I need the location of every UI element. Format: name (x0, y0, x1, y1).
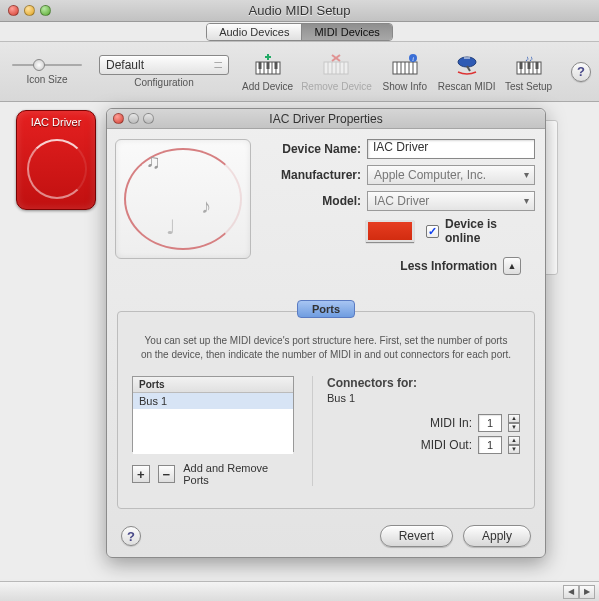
device-name-row: Device Name: IAC Driver (261, 139, 535, 159)
remove-device-icon (320, 51, 352, 79)
main-toolbar: Icon Size Default Configuration Add Devi… (0, 42, 599, 102)
rescan-midi-label: Rescan MIDI (438, 81, 496, 92)
stepper-down-icon[interactable]: ▼ (508, 423, 520, 432)
device-online-checkbox[interactable]: ✓ (426, 225, 439, 238)
show-info-icon[interactable]: i (389, 51, 421, 79)
sheet-footer: ? Revert Apply (107, 525, 545, 547)
midi-in-stepper[interactable]: ▲ ▼ (508, 414, 520, 432)
scroll-arrows: ◀ ▶ (563, 585, 595, 599)
rescan-midi-item: Rescan MIDI (438, 51, 496, 92)
svg-rect-36 (519, 62, 522, 69)
add-remove-label: Add and Remove Ports (183, 462, 294, 486)
model-select[interactable]: IAC Driver (367, 191, 535, 211)
svg-text:♪♪: ♪♪ (525, 54, 533, 63)
ports-area: Ports You can set up the MIDI device's p… (117, 291, 535, 501)
stepper-down-icon[interactable]: ▼ (508, 445, 520, 454)
manufacturer-row: Manufacturer: Apple Computer, Inc. (261, 165, 535, 185)
connectors-header: Connectors for: (327, 376, 520, 390)
add-device-item: Add Device (242, 51, 293, 92)
midi-out-stepper[interactable]: ▲ ▼ (508, 436, 520, 454)
color-swatch[interactable] (366, 220, 414, 242)
svg-rect-8 (274, 62, 277, 69)
midi-in-label: MIDI In: (430, 416, 472, 430)
window-title: Audio MIDI Setup (0, 3, 599, 18)
music-note-icon: ♪ (201, 195, 211, 218)
tab-audio-devices[interactable]: Audio Devices (207, 24, 301, 40)
midi-out-row: MIDI Out: 1 ▲ ▼ (327, 436, 520, 454)
configuration-label: Configuration (134, 77, 193, 88)
traffic-lights (0, 5, 51, 16)
port-row[interactable]: Bus 1 (133, 393, 293, 409)
toolbar-help-button[interactable]: ? (571, 62, 591, 82)
main-titlebar: Audio MIDI Setup (0, 0, 599, 22)
svg-rect-37 (527, 62, 530, 69)
swirl-icon (124, 148, 242, 250)
ports-desc-line1: You can set up the MIDI device's port st… (132, 334, 520, 348)
manufacturer-value: Apple Computer, Inc. (374, 168, 486, 182)
scroll-right-button[interactable]: ▶ (579, 585, 595, 599)
configuration-select[interactable]: Default (99, 55, 229, 75)
ports-tabbar: Ports (117, 291, 535, 311)
midi-out-input[interactable]: 1 (478, 436, 502, 454)
device-online-label: Device is online (445, 217, 535, 245)
svg-rect-38 (535, 62, 538, 69)
model-value: IAC Driver (374, 194, 429, 208)
less-info-label: Less Information (400, 259, 497, 273)
sheet-help-button[interactable]: ? (121, 526, 141, 546)
manufacturer-label: Manufacturer: (261, 168, 361, 182)
device-fields: Device Name: IAC Driver Manufacturer: Ap… (251, 139, 535, 275)
add-device-icon[interactable] (252, 51, 284, 79)
sheet-title: IAC Driver Properties (107, 112, 545, 126)
tab-ports[interactable]: Ports (297, 300, 355, 318)
device-image[interactable]: ♫ ♪ ♩ (115, 139, 251, 259)
ports-list-column: Ports Bus 1 + − Add and Remove Ports (132, 376, 294, 486)
midi-out-value: 1 (487, 439, 493, 451)
icon-size-slider[interactable] (12, 64, 82, 66)
ports-desc-line2: on the device, then indicate the number … (132, 348, 520, 362)
scroll-left-button[interactable]: ◀ (563, 585, 579, 599)
ports-panel: You can set up the MIDI device's port st… (117, 311, 535, 509)
zoom-icon[interactable] (40, 5, 51, 16)
device-name-value: IAC Driver (373, 140, 428, 154)
stepper-up-icon[interactable]: ▲ (508, 414, 520, 423)
ports-columns: Ports Bus 1 + − Add and Remove Ports Con… (132, 376, 520, 486)
svg-rect-6 (258, 62, 261, 69)
remove-device-item: Remove Device (301, 51, 372, 92)
add-remove-ports: + − Add and Remove Ports (132, 462, 294, 486)
ports-list-header[interactable]: Ports (133, 377, 293, 393)
icon-size-control: Icon Size (8, 58, 86, 85)
iac-driver-card[interactable]: IAC Driver (16, 110, 96, 210)
show-info-label: Show Info (382, 81, 426, 92)
iac-card-title: IAC Driver (17, 111, 95, 128)
properties-sheet: IAC Driver Properties ♫ ♪ ♩ Device Name:… (106, 108, 546, 558)
close-icon[interactable] (8, 5, 19, 16)
midi-in-row: MIDI In: 1 ▲ ▼ (327, 414, 520, 432)
remove-port-button[interactable]: − (158, 465, 176, 483)
midi-in-input[interactable]: 1 (478, 414, 502, 432)
tab-midi-devices[interactable]: MIDI Devices (301, 24, 391, 40)
apply-button[interactable]: Apply (463, 525, 531, 547)
test-setup-icon[interactable]: ♪♪ (513, 51, 545, 79)
ports-description: You can set up the MIDI device's port st… (132, 334, 520, 362)
ports-list: Ports Bus 1 (132, 376, 294, 452)
workspace-area: IAC Driver IAC Driver Properties ♫ ♪ ♩ D… (0, 102, 599, 579)
connectors-column: Connectors for: Bus 1 MIDI In: 1 ▲ ▼ MID… (312, 376, 520, 486)
configuration-control: Default Configuration (94, 55, 234, 88)
device-name-input[interactable]: IAC Driver (367, 139, 535, 159)
port-list-empty-space[interactable] (133, 409, 293, 454)
stepper-up-icon[interactable]: ▲ (508, 436, 520, 445)
less-info-row: Less Information ▲ (261, 251, 535, 275)
slider-thumb-icon[interactable] (33, 59, 45, 71)
minimize-icon[interactable] (24, 5, 35, 16)
device-tabbar: Audio Devices MIDI Devices (0, 22, 599, 42)
manufacturer-select[interactable]: Apple Computer, Inc. (367, 165, 535, 185)
add-port-button[interactable]: + (132, 465, 150, 483)
icon-size-label: Icon Size (26, 74, 67, 85)
revert-button[interactable]: Revert (380, 525, 453, 547)
connectors-bus-name: Bus 1 (327, 392, 520, 404)
midi-out-label: MIDI Out: (421, 438, 472, 452)
svg-rect-7 (266, 62, 269, 69)
disclosure-button[interactable]: ▲ (503, 257, 521, 275)
rescan-midi-icon[interactable] (451, 51, 483, 79)
online-checkbox-row: ✓ Device is online (426, 217, 535, 245)
